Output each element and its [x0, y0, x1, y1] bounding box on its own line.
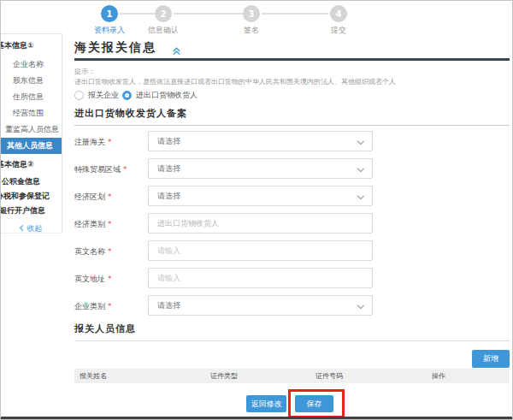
economic-category-field [148, 213, 373, 234]
form-row-enterprise-category: 企业类别* 请选择 [74, 295, 510, 322]
step-2-circle[interactable]: 2 [155, 5, 172, 22]
section-filing-title: 进出口货物收发货人备案 [74, 107, 510, 126]
chevron-down-icon [357, 165, 364, 172]
required-asterisk: * [108, 247, 112, 256]
step-connector [174, 13, 243, 15]
field-label: 特殊贸易区域* [74, 164, 127, 175]
economic-zone-select[interactable]: 请选择 [148, 186, 373, 206]
required-asterisk: * [108, 275, 112, 283]
special-trade-zone-select[interactable]: 请选择 [148, 158, 373, 179]
field-label: 英文名称* [74, 246, 112, 257]
filing-form: 注册海关* 请选择 特殊贸易区域* 请选择 经济区划* 请选择 经济类别* 英文… [74, 131, 510, 322]
step-connector [262, 13, 328, 15]
radio-customs-enterprise[interactable]: 报关企业 [74, 90, 119, 101]
field-label: 注册海关* [74, 137, 112, 148]
hint-label: 提示： [74, 67, 95, 76]
section-staff-title: 报关人员信息 [74, 322, 510, 341]
chevron-down-icon [357, 138, 364, 145]
required-asterisk: * [108, 192, 112, 201]
step-2-label: 信息确认 [129, 25, 198, 36]
radio-label: 进出口货物收货人 [136, 90, 198, 101]
form-row-english-address: 英文地址* [74, 268, 510, 295]
sidebar: 基本信息① 企业名称 股东信息 住所信息 经营范围 董监高人员信息 其他人员信息… [1, 33, 62, 234]
page: 1 2 3 4 资料录入 信息确认 签名 提交 基本信息① 企业名称 股东信息 … [0, 0, 513, 420]
form-row-english-name: 英文名称* [74, 240, 510, 268]
sidebar-item-executives-info[interactable]: 董监高人员信息 [5, 121, 62, 138]
required-asterisk: * [123, 165, 127, 174]
sidebar-collapse-button[interactable]: 收起 [1, 223, 62, 234]
title-divider [74, 58, 510, 61]
select-value: 请选择 [157, 137, 180, 145]
enterprise-category-select[interactable]: 请选择 [148, 295, 373, 316]
sidebar-item-shareholder-info[interactable]: 股东信息 [13, 73, 62, 89]
select-value: 请选择 [157, 301, 180, 310]
sidebar-item-bank-account[interactable]: 银行开户信息 [1, 204, 62, 218]
chevron-down-icon [357, 302, 364, 309]
select-value: 请选择 [157, 192, 180, 200]
back-to-edit-button[interactable]: 返回修改 [246, 395, 286, 412]
english-name-input[interactable] [148, 240, 373, 261]
radio-unchecked-icon [74, 91, 84, 100]
form-row-special-trade-zone: 特殊贸易区域* 请选择 [74, 158, 510, 186]
form-row-economic-category: 经济类别* [74, 213, 510, 240]
select-value: 请选择 [157, 164, 180, 173]
chevron-down-icon [357, 192, 364, 199]
save-button[interactable]: 保存 [295, 395, 333, 412]
field-label: 英文地址* [74, 274, 112, 285]
col-declarant-name: 报关姓名 [74, 371, 210, 381]
radio-label: 报关企业 [88, 90, 119, 101]
form-row-registered-customs: 注册海关* 请选择 [74, 131, 510, 158]
step-4-label: 提交 [304, 25, 373, 36]
col-id-number: 证件号码 [315, 371, 432, 381]
step-3-label: 签名 [217, 25, 286, 36]
step-3-circle[interactable]: 3 [243, 5, 260, 22]
required-asterisk: * [108, 302, 112, 311]
sidebar-collapse-label: 收起 [27, 224, 43, 233]
col-actions: 操作 [432, 371, 510, 381]
page-title: 海关报关信息 [74, 40, 156, 56]
step-4-circle[interactable]: 4 [330, 5, 347, 22]
form-row-economic-zone: 经济区划* 请选择 [74, 186, 510, 213]
bottom-edge-bar [1, 417, 512, 419]
required-asterisk: * [108, 220, 112, 228]
sidebar-item-company-name[interactable]: 企业名称 [13, 56, 62, 73]
required-asterisk: * [108, 138, 112, 146]
sidebar-group-basic-info-1[interactable]: 基本信息① [1, 40, 62, 51]
hint-text: 进出口货物收发货人，是指依法直接进口或者出口货物的中华人民共和国关境内的法人、其… [74, 77, 396, 86]
collapse-section-icon[interactable] [172, 43, 181, 59]
step-1-circle[interactable]: 1 [101, 5, 118, 22]
radio-import-export-consignee[interactable]: 进出口货物收货人 [122, 90, 198, 101]
field-label: 经济区划* [74, 192, 112, 203]
sidebar-group-basic-info-2[interactable]: 基本信息② [1, 159, 62, 170]
staff-table-header: 报关姓名 证件类型 证件号码 操作 [74, 369, 510, 383]
radio-checked-icon [122, 91, 132, 100]
sidebar-item-housing-fund[interactable]: 公积金信息 [2, 175, 62, 189]
field-label: 企业类别* [74, 301, 112, 312]
add-staff-button[interactable]: 新增 [472, 350, 510, 368]
step-connector [120, 13, 155, 15]
col-id-type: 证件类型 [210, 371, 315, 381]
sidebar-item-other-personnel-active[interactable]: 其他人员信息 [1, 138, 62, 154]
sidebar-item-business-scope[interactable]: 经营范围 [13, 105, 62, 121]
registered-customs-select[interactable]: 请选择 [148, 131, 373, 151]
chevron-left-icon [19, 225, 25, 231]
sidebar-item-tax-social-security[interactable]: 办税和参保登记 [1, 189, 62, 204]
english-address-input[interactable] [148, 268, 373, 288]
sidebar-item-address-info[interactable]: 住所信息 [13, 89, 62, 105]
field-label: 经济类别* [74, 219, 112, 230]
